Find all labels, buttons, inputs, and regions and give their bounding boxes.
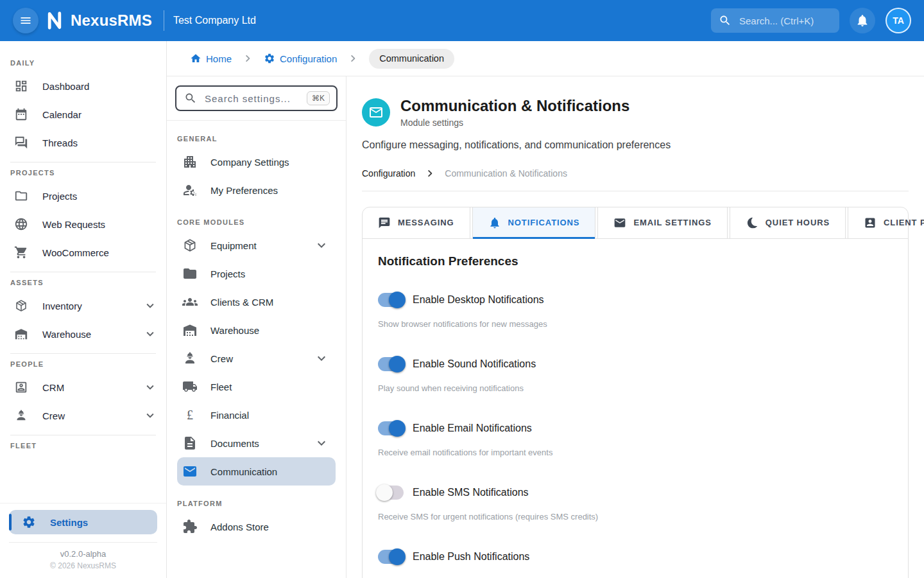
toggle-row-sms: Enable SMS Notifications	[378, 486, 893, 500]
tab-messaging[interactable]: MESSAGING	[363, 207, 470, 238]
folder-icon	[182, 266, 198, 281]
sidebar-footer: v0.2.0-alpha © 2026 NexusRMS	[9, 542, 157, 578]
search-icon	[184, 92, 197, 105]
main-content: Communication & Notifications Module set…	[346, 76, 924, 578]
divider	[10, 435, 156, 435]
push-notifications-toggle[interactable]	[378, 550, 404, 564]
settings-item-projects[interactable]: Projects	[177, 259, 336, 288]
module-header: Communication & Notifications Module set…	[362, 97, 909, 128]
menu-icon	[19, 14, 32, 27]
tab-client-portal[interactable]: CLIENT PORTAL	[848, 207, 924, 238]
settings-section-core-modules: CORE MODULES	[167, 218, 346, 226]
sidebar-item-woocommerce[interactable]: WooCommerce	[0, 238, 166, 267]
settings-item-fleet[interactable]: Fleet	[177, 372, 336, 401]
panel-heading: Notification Preferences	[378, 254, 893, 268]
mail-icon	[182, 464, 198, 479]
header-divider	[164, 10, 164, 31]
sms-notifications-toggle[interactable]	[378, 486, 404, 500]
gear-icon	[264, 53, 275, 64]
sidebar-item-label: Web Requests	[42, 219, 157, 230]
tab-quiet-hours[interactable]: QUIET HOURS	[730, 207, 846, 238]
settings-item-documents[interactable]: Documents	[177, 429, 336, 457]
toggle-label: Enable Sound Notifications	[413, 358, 536, 370]
warehouse-icon	[14, 327, 28, 341]
calendar-icon	[14, 107, 28, 121]
sidebar-scroll[interactable]: DAILY Dashboard Calendar Threads PROJECT…	[0, 41, 166, 578]
chevron-right-icon	[346, 51, 360, 66]
toggle-caption: Receive SMS for urgent notifications (re…	[378, 512, 893, 521]
tab-email-settings[interactable]: EMAIL SETTINGS	[597, 207, 727, 238]
email-notifications-toggle[interactable]	[378, 421, 404, 435]
document-icon	[182, 435, 198, 451]
warehouse-icon	[182, 322, 198, 338]
settings-item-company-settings[interactable]: Company Settings	[177, 148, 336, 176]
toggle-label: Enable SMS Notifications	[413, 487, 529, 498]
sidebar-item-projects[interactable]: Projects	[0, 182, 166, 210]
settings-search[interactable]: ⌘K	[175, 85, 338, 111]
search-icon	[719, 14, 732, 27]
gear-icon	[22, 515, 36, 529]
sidebar-item-label: Crew	[42, 410, 129, 421]
breadcrumb-current: Communication	[369, 49, 454, 69]
toggle-caption: Show browser notifications for new messa…	[378, 319, 893, 329]
chevron-down-icon	[314, 351, 329, 366]
account-box-icon	[14, 380, 28, 394]
sound-notifications-toggle[interactable]	[378, 357, 404, 371]
divider	[10, 353, 156, 354]
settings-item-my-preferences[interactable]: My Preferences	[177, 176, 336, 204]
settings-item-equipment[interactable]: Equipment	[177, 231, 336, 259]
copyright: © 2026 NexusRMS	[9, 561, 157, 570]
breadcrumb-home[interactable]: Home	[190, 53, 232, 64]
groups-icon	[182, 294, 198, 310]
home-icon	[190, 53, 201, 64]
toggle-caption: Receive email notifications for importan…	[378, 448, 893, 457]
settings-item-financial[interactable]: £ Financial	[177, 401, 336, 429]
tab-notifications[interactable]: NOTIFICATIONS	[472, 207, 596, 238]
global-search[interactable]	[711, 8, 839, 33]
sidebar-section-daily: DAILY	[0, 59, 166, 67]
sidebar-section-fleet: FLEET	[0, 442, 166, 450]
sidebar-item-warehouse[interactable]: Warehouse	[0, 320, 166, 348]
chevron-down-icon	[143, 299, 157, 313]
sub-breadcrumb-parent[interactable]: Configuration	[362, 168, 415, 179]
chevron-right-icon	[423, 166, 437, 180]
sidebar-item-calendar[interactable]: Calendar	[0, 100, 166, 128]
sidebar-item-label: Inventory	[42, 301, 129, 311]
sidebar-item-crm[interactable]: CRM	[0, 373, 166, 401]
moon-icon	[746, 216, 758, 229]
cart-icon	[14, 245, 28, 259]
settings-nav: ⌘K GENERAL Company Settings My Preferenc…	[167, 76, 346, 578]
toggle-label: Enable Desktop Notifications	[413, 294, 544, 306]
desktop-notifications-toggle[interactable]	[378, 293, 404, 307]
settings-label: Settings	[50, 517, 88, 528]
toggle-label: Enable Email Notifications	[413, 423, 532, 434]
settings-card: MESSAGING NOTIFICATIONS EMAIL SETTINGS	[362, 207, 909, 578]
global-search-input[interactable]	[738, 15, 832, 27]
sidebar-item-web-requests[interactable]: Web Requests	[0, 210, 166, 238]
app-root: NexusRMS Test Company Ltd TA DAILY Dashb…	[0, 0, 924, 578]
settings-item-crew[interactable]: Crew	[177, 344, 336, 372]
sidebar-item-dashboard[interactable]: Dashboard	[0, 72, 166, 100]
sidebar-section-assets: ASSETS	[0, 279, 166, 286]
chevron-down-icon	[143, 327, 157, 341]
sidebar-item-label: Threads	[42, 137, 157, 148]
sidebar-item-settings[interactable]: Settings	[9, 510, 157, 534]
sidebar-item-crew[interactable]: Crew	[0, 401, 166, 430]
settings-item-clients-crm[interactable]: Clients & CRM	[177, 288, 336, 316]
tab-bar: MESSAGING NOTIFICATIONS EMAIL SETTINGS	[363, 207, 908, 239]
breadcrumb-configuration[interactable]: Configuration	[264, 53, 337, 64]
settings-search-input[interactable]	[203, 92, 300, 105]
settings-item-addons-store[interactable]: Addons Store	[177, 512, 336, 541]
sub-breadcrumb: Configuration Communication & Notificati…	[362, 166, 909, 180]
avatar[interactable]: TA	[886, 8, 911, 33]
folder-icon	[14, 189, 28, 203]
settings-item-communication[interactable]: Communication	[177, 457, 336, 486]
settings-section-platform: PLATFORM	[167, 500, 346, 507]
nexusrms-logo-icon	[44, 10, 65, 31]
notifications-button[interactable]	[850, 8, 875, 33]
settings-item-warehouse[interactable]: Warehouse	[177, 316, 336, 344]
menu-button[interactable]	[13, 8, 38, 33]
sidebar-item-inventory[interactable]: Inventory	[0, 292, 166, 320]
sidebar-item-threads[interactable]: Threads	[0, 128, 166, 157]
pound-icon: £	[182, 408, 198, 423]
